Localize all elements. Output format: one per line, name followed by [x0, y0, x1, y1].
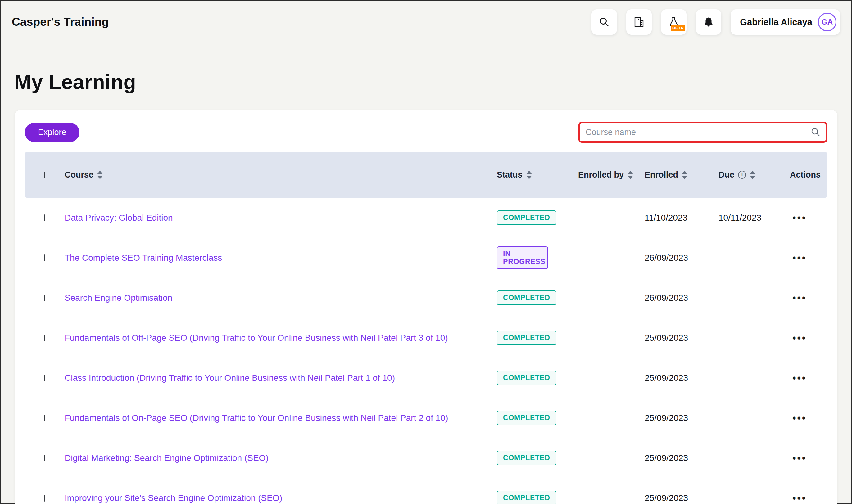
- course-link[interactable]: Class Introduction (Driving Traffic to Y…: [65, 373, 395, 383]
- enrolled-cell: 25/09/2023: [644, 453, 718, 463]
- expand-all-button[interactable]: [40, 170, 49, 180]
- column-header-enrolled-by[interactable]: Enrolled by: [578, 170, 644, 180]
- enrolled-cell: 25/09/2023: [644, 333, 718, 343]
- expand-cell: [25, 493, 65, 503]
- sort-icon[interactable]: [682, 171, 688, 179]
- row-actions-button[interactable]: •••: [790, 372, 807, 384]
- course-link[interactable]: The Complete SEO Training Masterclass: [65, 253, 222, 263]
- expand-row-button[interactable]: [40, 373, 49, 383]
- status-badge: COMPLETED: [497, 411, 556, 426]
- expand-row-button[interactable]: [40, 253, 49, 263]
- expand-cell: [25, 373, 65, 383]
- course-link[interactable]: Digital Marketing: Search Engine Optimiz…: [65, 453, 269, 463]
- beta-badge: BETA: [671, 25, 685, 31]
- sort-icon[interactable]: [526, 171, 532, 179]
- enrolled-cell: 11/10/2023: [644, 213, 718, 223]
- expand-row-button[interactable]: [40, 333, 49, 343]
- sort-icon[interactable]: [750, 171, 756, 179]
- plus-icon: [40, 253, 49, 263]
- user-menu[interactable]: Gabriella Alicaya GA: [731, 9, 840, 35]
- enrolled-cell: 25/09/2023: [644, 373, 718, 383]
- labs-beta-button[interactable]: BETA: [661, 9, 687, 35]
- course-link[interactable]: Improving your Site's Search Engine Opti…: [65, 493, 282, 503]
- building-icon: [633, 16, 645, 28]
- column-header-status[interactable]: Status: [497, 170, 578, 180]
- column-header-expand: [25, 170, 65, 180]
- course-cell: Fundamentals of Off-Page SEO (Driving Tr…: [65, 333, 497, 343]
- plus-icon: [40, 170, 49, 180]
- row-actions-button[interactable]: •••: [790, 252, 807, 264]
- course-link[interactable]: Search Engine Optimisation: [65, 293, 172, 303]
- enrolled-cell: 25/09/2023: [644, 413, 718, 423]
- course-cell: Digital Marketing: Search Engine Optimiz…: [65, 453, 497, 463]
- status-badge: IN PROGRESS: [497, 247, 548, 269]
- info-icon[interactable]: [738, 171, 746, 179]
- status-cell: COMPLETED: [497, 411, 578, 426]
- status-cell: COMPLETED: [497, 211, 578, 225]
- row-actions-button[interactable]: •••: [790, 292, 807, 304]
- course-search-input[interactable]: [580, 123, 826, 141]
- enrolled-cell: 26/09/2023: [644, 253, 718, 263]
- search-icon: [598, 16, 610, 28]
- expand-cell: [25, 293, 65, 303]
- row-actions-button[interactable]: •••: [790, 332, 807, 344]
- course-cell: Data Privacy: Global Edition: [65, 213, 497, 223]
- bell-icon: [702, 16, 715, 28]
- table-row: Digital Marketing: Search Engine Optimiz…: [25, 438, 827, 478]
- table-row: Fundamentals of Off-Page SEO (Driving Tr…: [25, 318, 827, 358]
- sort-icon[interactable]: [627, 171, 633, 179]
- status-cell: COMPLETED: [497, 330, 578, 345]
- course-cell: Improving your Site's Search Engine Opti…: [65, 493, 497, 503]
- row-actions-button[interactable]: •••: [790, 452, 807, 464]
- table-header-row: Course Status Enrolled by Enrolled Due: [25, 152, 827, 198]
- global-search-button[interactable]: [591, 9, 617, 35]
- explore-button[interactable]: Explore: [25, 123, 79, 142]
- course-search-field: [579, 122, 827, 143]
- column-header-course[interactable]: Course: [65, 170, 497, 180]
- expand-row-button[interactable]: [40, 493, 49, 503]
- column-header-actions: Actions: [790, 170, 827, 180]
- status-badge: COMPLETED: [497, 330, 556, 345]
- actions-cell: •••: [790, 212, 827, 224]
- actions-cell: •••: [790, 372, 827, 384]
- course-link[interactable]: Data Privacy: Global Edition: [65, 213, 173, 223]
- row-actions-button[interactable]: •••: [790, 492, 807, 504]
- row-actions-button[interactable]: •••: [790, 412, 807, 424]
- organization-button[interactable]: [626, 9, 652, 35]
- expand-row-button[interactable]: [40, 293, 49, 303]
- actions-cell: •••: [790, 452, 827, 464]
- my-learning-card: Explore Course Status: [15, 110, 837, 504]
- courses-table: Course Status Enrolled by Enrolled Due: [25, 152, 827, 504]
- status-badge: COMPLETED: [497, 371, 556, 385]
- due-cell: 10/11/2023: [718, 213, 790, 223]
- column-header-enrolled[interactable]: Enrolled: [644, 170, 718, 180]
- top-bar-actions: BETA Gabriella Alicaya GA: [591, 9, 840, 35]
- expand-row-button[interactable]: [40, 413, 49, 423]
- expand-cell: [25, 253, 65, 263]
- actions-cell: •••: [790, 252, 827, 264]
- user-name: Gabriella Alicaya: [740, 17, 812, 27]
- course-cell: Search Engine Optimisation: [65, 293, 497, 303]
- status-badge: COMPLETED: [497, 211, 556, 225]
- expand-cell: [25, 413, 65, 423]
- expand-row-button[interactable]: [40, 213, 49, 222]
- course-link[interactable]: Fundamentals of Off-Page SEO (Driving Tr…: [65, 333, 448, 343]
- course-link[interactable]: Fundamentals of On-Page SEO (Driving Tra…: [65, 413, 448, 423]
- actions-cell: •••: [790, 492, 827, 504]
- status-cell: COMPLETED: [497, 451, 578, 466]
- notifications-button[interactable]: [696, 9, 721, 35]
- actions-cell: •••: [790, 412, 827, 424]
- row-actions-button[interactable]: •••: [790, 212, 807, 224]
- actions-cell: •••: [790, 332, 827, 344]
- enrolled-cell: 26/09/2023: [644, 293, 718, 303]
- expand-cell: [25, 333, 65, 343]
- status-cell: COMPLETED: [497, 491, 578, 504]
- top-bar: Casper's Training BETA Gabriella Alicaya…: [12, 0, 840, 35]
- sort-icon[interactable]: [97, 171, 103, 179]
- app-title: Casper's Training: [12, 16, 109, 29]
- expand-row-button[interactable]: [40, 453, 49, 463]
- search-icon[interactable]: [810, 127, 821, 138]
- table-row: Data Privacy: Global Edition COMPLETED 1…: [25, 198, 827, 238]
- plus-icon: [40, 373, 49, 383]
- column-header-due[interactable]: Due: [718, 170, 790, 180]
